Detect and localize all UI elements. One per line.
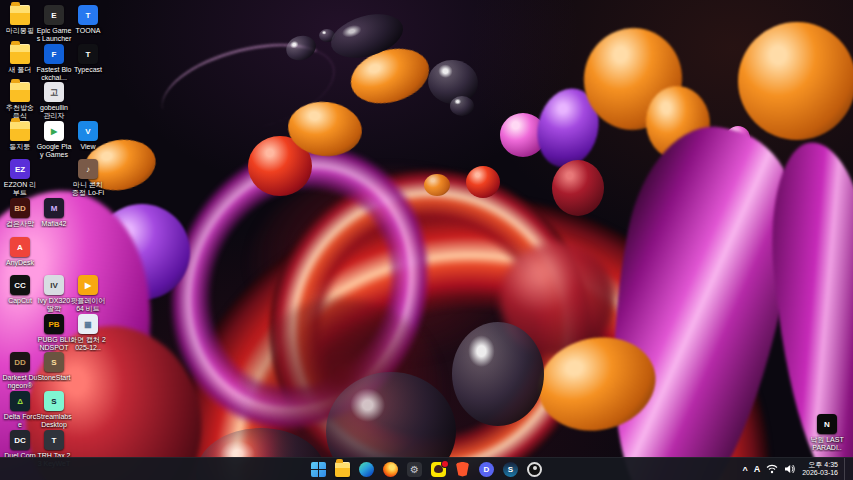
mafia42-icon: M (44, 198, 64, 218)
settings-icon: ⚙ (407, 462, 422, 477)
desktop-icon-label: EZ2ON 리부트 (2, 181, 38, 197)
desktop-icon-label: 팟플레이어 64 비트 (70, 297, 106, 313)
discord-icon: D (479, 462, 494, 477)
taskbar-button-obs[interactable] (525, 459, 545, 479)
notification-badge (441, 460, 449, 468)
desktop-icon-streamlabs-desktop[interactable]: S Streamlabs Desktop (37, 391, 71, 429)
file-explorer-icon (335, 462, 350, 477)
typecast-icon: T (78, 44, 98, 64)
desktop-icon-label: 낙원 LAST PARADI.. (809, 436, 845, 452)
마니-콘치-증정-lo-fi-icon: ♪ (78, 159, 98, 179)
firefox-icon (383, 462, 398, 477)
taskbar-button-settings[interactable]: ⚙ (405, 459, 425, 479)
taskbar-app-group: ⚙ D S (309, 459, 545, 479)
volume-icon[interactable] (784, 464, 796, 474)
desktop-icon-label: PUBG BLINDSPOT (36, 336, 72, 352)
desktop-icon-마니-콘치-증정-lo-fi[interactable]: ♪ 마니 콘치 증정 Lo-Fi (71, 159, 105, 197)
desktop-icon-epic-games-launcher[interactable]: E Epic Games Launcher (37, 5, 71, 43)
streamlabs-desktop-icon: S (44, 391, 64, 411)
desktop-icon-새-폴더[interactable]: 새 폴더 (3, 44, 37, 74)
desktop-icon-delta-force[interactable]: Δ Delta Force (3, 391, 37, 429)
desktop-icon-mafia42[interactable]: M Mafia42 (37, 198, 71, 228)
desktop-icon-darkest-dungeon-[interactable]: DD Darkest Dungeon® (3, 352, 37, 390)
desktop-icon-label: 검은사막 (2, 220, 38, 228)
마리몽핑-icon (10, 5, 30, 25)
desktop-icon-pubg-blindspot[interactable]: PB PUBG BLINDSPOT (37, 314, 71, 352)
desktop-icon-label: 마니 콘치 증정 Lo-Fi (70, 181, 106, 197)
obs-icon (527, 462, 542, 477)
duel-corp-icon: DC (10, 430, 30, 450)
taskbar-button-edge[interactable] (357, 459, 377, 479)
desktop-icon-낙원-last-paradi-[interactable]: N 낙원 LAST PARADI.. (810, 414, 844, 452)
trh-tax-23-keywetheme-icon: T (44, 430, 64, 450)
ivy-dx320-딸깍-icon: IV (44, 275, 64, 295)
추천방송-음식-icon (10, 82, 30, 102)
google-play-games-icon: ▶ (44, 121, 64, 141)
desktop-icon-label: AnyDesk (2, 259, 38, 267)
windows-desktop: 마리몽핑 새 폴더 추천방송 음식 통지둥 EZ EZ2ON 리부트 BD 검은… (0, 0, 853, 480)
edge-icon (359, 462, 374, 477)
desktop-icon-grid: 마리몽핑 새 폴더 추천방송 음식 통지둥 EZ EZ2ON 리부트 BD 검은… (0, 0, 853, 458)
desktop-icon-팟플레이어-64-비트[interactable]: ▶ 팟플레이어 64 비트 (71, 275, 105, 313)
desktop-icon-화면-캡처-2025-12-[interactable]: ▦ 화면 캡처 2025-12.. (71, 314, 105, 352)
kakaotalk-icon (431, 462, 446, 477)
desktop-icon-추천방송-음식[interactable]: 추천방송 음식 (3, 82, 37, 120)
desktop-icon-label: 새 폴더 (2, 66, 38, 74)
desktop-icon-stonestart[interactable]: S StoneStart (37, 352, 71, 382)
taskbar-button-discord[interactable]: D (477, 459, 497, 479)
desktop-icon-label: View (70, 143, 106, 151)
desktop-icon-anydesk[interactable]: A AnyDesk (3, 237, 37, 267)
gobeullin-관리자-icon: 고 (44, 82, 64, 102)
desktop-icon-duel-corp[interactable]: DC Duel Corp (3, 430, 37, 460)
desktop-icon-ez2on-리부트[interactable]: EZ EZ2ON 리부트 (3, 159, 37, 197)
desktop-icon-통지둥[interactable]: 통지둥 (3, 121, 37, 151)
wifi-icon[interactable] (766, 464, 778, 474)
desktop-icon-label: Streamlabs Desktop (36, 413, 72, 429)
desktop-icon-label: Ivy DX320 딸깍 (36, 297, 72, 313)
darkest-dungeon--icon: DD (10, 352, 30, 372)
steam-icon: S (503, 462, 518, 477)
taskbar-button-start[interactable] (309, 459, 329, 479)
clock[interactable]: 오후 4:35 2026-03-16 (802, 461, 838, 477)
desktop-icon-label: Typecast (70, 66, 106, 74)
taskbar-button-firefox[interactable] (381, 459, 401, 479)
desktop-icon-view[interactable]: V View (71, 121, 105, 151)
desktop-icon-마리몽핑[interactable]: 마리몽핑 (3, 5, 37, 35)
fastest-blockchai--icon: F (44, 44, 64, 64)
desktop-icon-label: StoneStart (36, 374, 72, 382)
taskbar-button-steam[interactable]: S (501, 459, 521, 479)
desktop-icon-gobeullin-관리자[interactable]: 고 gobeullin 관리자 (37, 82, 71, 120)
desktop-icon-fastest-blockchai-[interactable]: F Fastest Blockchai... (37, 44, 71, 82)
desktop-icon-google-play-games[interactable]: ▶ Google Play Games (37, 121, 71, 159)
clock-date: 2026-03-16 (802, 469, 838, 477)
desktop-icon-corner-area: N 낙원 LAST PARADI.. (805, 414, 849, 452)
clock-time: 오후 4:35 (802, 461, 838, 469)
desktop-icon-toona[interactable]: T TOONA (71, 5, 105, 35)
taskbar-button-kakaotalk[interactable] (429, 459, 449, 479)
desktop-icon-검은사막[interactable]: BD 검은사막 (3, 198, 37, 228)
desktop-icon-label: Google Play Games (36, 143, 72, 159)
팟플레이어-64-비트-icon: ▶ (78, 275, 98, 295)
show-desktop-button[interactable] (844, 458, 848, 480)
desktop-icon-label: 화면 캡처 2025-12.. (70, 336, 106, 352)
desktop-icon-typecast[interactable]: T Typecast (71, 44, 105, 74)
desktop-icon-ivy-dx320-딸깍[interactable]: IV Ivy DX320 딸깍 (37, 275, 71, 313)
desktop-icon-label: Delta Force (2, 413, 38, 429)
ime-indicator[interactable]: A (754, 464, 761, 474)
검은사막-icon: BD (10, 198, 30, 218)
새-폴더-icon (10, 44, 30, 64)
brave-icon (455, 462, 470, 477)
pubg-blindspot-icon: PB (44, 314, 64, 334)
anydesk-icon: A (10, 237, 30, 257)
hidden-icons-chevron[interactable]: ^ (742, 466, 747, 475)
taskbar-button-file-explorer[interactable] (333, 459, 353, 479)
desktop-icon-label: 마리몽핑 (2, 27, 38, 35)
desktop-icon-capcut[interactable]: CC CapCut (3, 275, 37, 305)
capcut-icon: CC (10, 275, 30, 295)
desktop-icon-label: TOONA (70, 27, 106, 35)
desktop-icon-label: Fastest Blockchai... (36, 66, 72, 82)
view-icon: V (78, 121, 98, 141)
system-tray: ^ A 오후 4:35 2026-03-16 (742, 458, 851, 480)
taskbar-button-brave[interactable] (453, 459, 473, 479)
desktop-icon-label: 추천방송 음식 (2, 104, 38, 120)
